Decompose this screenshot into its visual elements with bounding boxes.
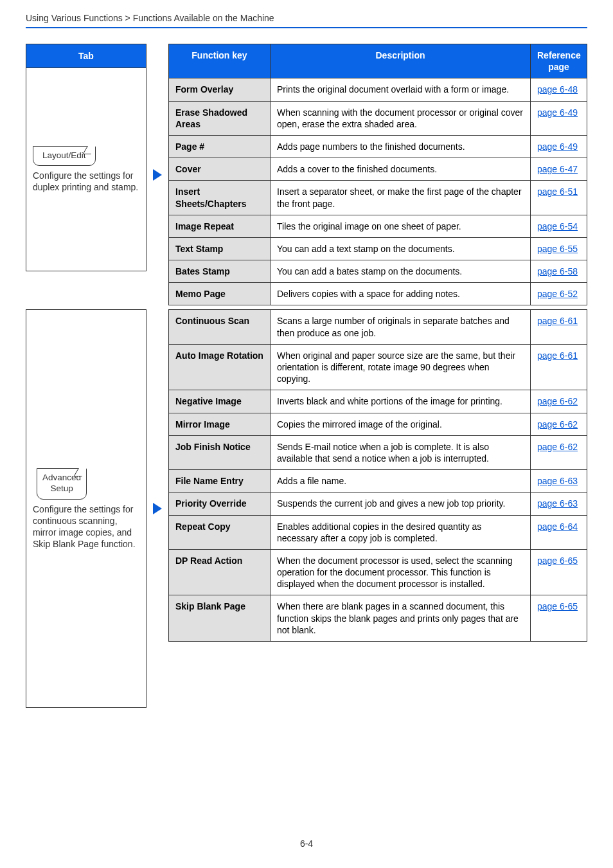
fn-desc: Adds a cover to the finished documents. — [271, 158, 531, 181]
tab-chip-advanced-setup: Advanced Setup — [37, 468, 87, 500]
fn-desc: Scans a large number of originals in sep… — [271, 310, 531, 344]
tab-chip-layout-edit: Layout/Edit — [33, 146, 96, 167]
page-link[interactable]: page 6-55 — [537, 244, 578, 254]
fn-desc: When there are blank pages in a scanned … — [271, 595, 531, 642]
page-link[interactable]: page 6-65 — [537, 556, 578, 566]
svg-marker-0 — [153, 169, 162, 181]
fn-name: Repeat Copy — [169, 515, 271, 549]
col-header-function: Function key — [169, 44, 271, 78]
fn-desc: When original and paper source size are … — [271, 344, 531, 390]
table-row: Memo Page Delivers copies with a space f… — [169, 283, 587, 305]
table-row: Erase Shadowed Areas When scanning with … — [169, 101, 587, 135]
fn-desc: Copies the mirrored image of the origina… — [271, 413, 531, 435]
tab-box-advanced-setup: Advanced Setup Configure the settings fo… — [26, 309, 147, 708]
page-link[interactable]: page 6-52 — [537, 289, 578, 299]
fn-name: Priority Override — [169, 493, 271, 515]
table-row: Insert Sheets/Chapters Insert a separato… — [169, 181, 587, 215]
table-row: Job Finish Notice Sends E-mail notice wh… — [169, 435, 587, 469]
fn-name: Bates Stamp — [169, 260, 271, 283]
table-row: Page # Adds page numbers to the finished… — [169, 135, 587, 158]
fn-name: Text Stamp — [169, 237, 271, 260]
fn-name: Memo Page — [169, 283, 271, 305]
table-row: Negative Image Inverts black and white p… — [169, 390, 587, 413]
table-row: Bates Stamp You can add a bates stamp on… — [169, 260, 587, 283]
fn-desc: Insert a separator sheet, or make the fi… — [271, 181, 531, 215]
fn-name: Form Overlay — [169, 78, 271, 101]
svg-marker-1 — [153, 503, 162, 514]
fn-name: Mirror Image — [169, 413, 271, 435]
fn-desc: When the document processor is used, sel… — [271, 549, 531, 595]
fn-desc: Sends E-mail notice when a job is comple… — [271, 435, 531, 469]
table-row: Auto Image Rotation When original and pa… — [169, 344, 587, 390]
page-link[interactable]: page 6-65 — [537, 601, 578, 611]
table-row: File Name Entry Adds a file name. page 6… — [169, 470, 587, 493]
fn-name: Auto Image Rotation — [169, 344, 271, 390]
fn-name: Negative Image — [169, 390, 271, 413]
page-link[interactable]: page 6-58 — [537, 266, 578, 276]
page-link[interactable]: page 6-62 — [537, 419, 578, 429]
table-row: Text Stamp You can add a text stamp on t… — [169, 237, 587, 260]
table-row: Repeat Copy Enables additional copies in… — [169, 515, 587, 549]
page-number: 6-4 — [0, 838, 613, 849]
page-link[interactable]: page 6-61 — [537, 350, 578, 361]
table-row: DP Read Action When the document process… — [169, 549, 587, 595]
fn-name: Insert Sheets/Chapters — [169, 181, 271, 215]
tab-column-header: Tab — [26, 44, 147, 68]
page-link[interactable]: page 6-47 — [537, 164, 578, 174]
fn-name: Cover — [169, 158, 271, 181]
page-link[interactable]: page 6-48 — [537, 84, 578, 95]
page-link[interactable]: page 6-54 — [537, 221, 578, 231]
chip-line1: Advanced — [42, 473, 81, 482]
page-link[interactable]: page 6-49 — [537, 107, 578, 118]
page-link[interactable]: page 6-51 — [537, 186, 578, 197]
fn-desc: You can add a text stamp on the document… — [271, 237, 531, 260]
fn-name: Skip Blank Page — [169, 595, 271, 642]
functions-table-1: Function key Description Reference page … — [168, 44, 587, 305]
header-rule — [26, 27, 587, 28]
fn-desc: Suspends the current job and gives a new… — [271, 493, 531, 515]
table-row: Mirror Image Copies the mirrored image o… — [169, 413, 587, 435]
fn-desc: Inverts black and white portions of the … — [271, 390, 531, 413]
fn-name: Job Finish Notice — [169, 435, 271, 469]
functions-table-2: Continuous Scan Scans a large number of … — [168, 309, 587, 642]
fn-name: Continuous Scan — [169, 310, 271, 344]
page-link[interactable]: page 6-49 — [537, 141, 578, 152]
table-row: Priority Override Suspends the current j… — [169, 493, 587, 515]
fn-name: Erase Shadowed Areas — [169, 101, 271, 135]
page-link[interactable]: page 6-62 — [537, 442, 578, 452]
tab-box-layout-edit: Layout/Edit Configure the settings for d… — [26, 68, 147, 271]
fn-desc: Adds a file name. — [271, 470, 531, 493]
fn-desc: Prints the original document overlaid wi… — [271, 78, 531, 101]
page-link[interactable]: page 6-61 — [537, 316, 578, 326]
tab-desc-advanced-setup: Configure the settings for continuous sc… — [33, 503, 139, 550]
table-row: Image Repeat Tiles the original image on… — [169, 215, 587, 237]
fn-desc: Adds page numbers to the finished docume… — [271, 135, 531, 158]
page-link[interactable]: page 6-64 — [537, 521, 578, 532]
table-row: Skip Blank Page When there are blank pag… — [169, 595, 587, 642]
tab-desc-layout-edit: Configure the settings for duplex printi… — [33, 170, 139, 193]
fn-desc: When scanning with the document processo… — [271, 101, 531, 135]
chip-line2: Setup — [50, 484, 73, 493]
table-row: Form Overlay Prints the original documen… — [169, 78, 587, 101]
arrow-right-icon — [152, 502, 163, 516]
fn-name: File Name Entry — [169, 470, 271, 493]
col-header-description: Description — [271, 44, 531, 78]
fn-desc: Tiles the original image on one sheet of… — [271, 215, 531, 237]
fn-name: Image Repeat — [169, 215, 271, 237]
page-link[interactable]: page 6-63 — [537, 498, 578, 509]
col-header-reference: Reference page — [531, 44, 587, 78]
fn-desc: Delivers copies with a space for adding … — [271, 283, 531, 305]
page-link[interactable]: page 6-63 — [537, 476, 578, 486]
table-row: Cover Adds a cover to the finished docum… — [169, 158, 587, 181]
fn-desc: Enables additional copies in the desired… — [271, 515, 531, 549]
table-row: Continuous Scan Scans a large number of … — [169, 310, 587, 344]
fn-name: DP Read Action — [169, 549, 271, 595]
fn-desc: You can add a bates stamp on the documen… — [271, 260, 531, 283]
arrow-right-icon — [152, 168, 163, 182]
page-link[interactable]: page 6-62 — [537, 396, 578, 406]
fn-name: Page # — [169, 135, 271, 158]
breadcrumb: Using Various Functions > Functions Avai… — [26, 13, 587, 27]
